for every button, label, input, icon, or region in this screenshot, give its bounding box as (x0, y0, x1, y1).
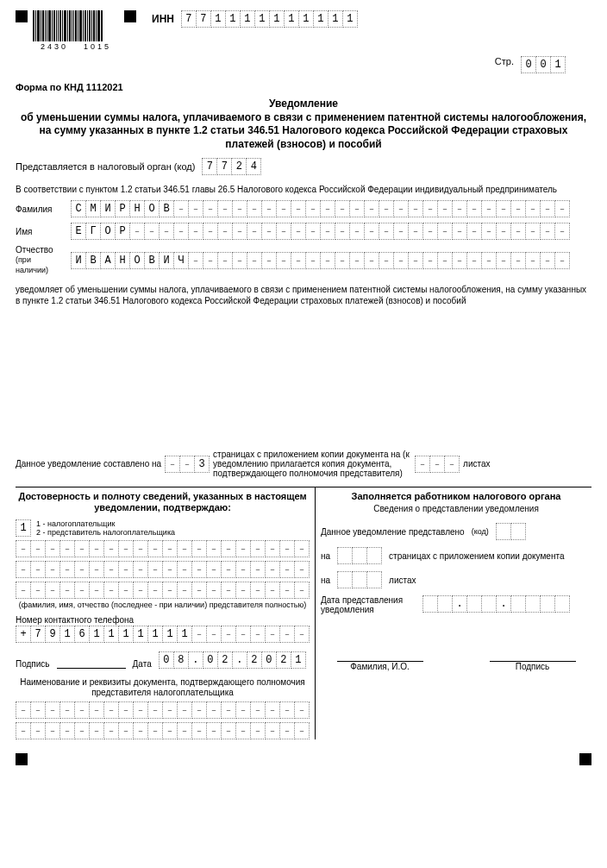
pages-left-label: Данное уведомление составлено на (16, 459, 161, 469)
marker-square (579, 753, 591, 765)
repr-cell (250, 540, 266, 557)
right-date-cells: . . (422, 595, 570, 613)
char-cell (188, 200, 203, 217)
phone-cell: 6 (74, 626, 90, 643)
char-cell: Ч (173, 252, 189, 269)
right-sheets-cell (366, 571, 382, 588)
phone-cell: 1 (147, 626, 163, 643)
char-cell (481, 223, 497, 240)
repr-cell (74, 582, 90, 599)
char-cell: В (144, 252, 160, 269)
char-cell (437, 200, 453, 217)
inn-cells: 7 7 1 1 1 1 1 1 1 1 1 1 (181, 10, 358, 28)
inn-cell: 1 (313, 10, 329, 28)
char-cell (144, 223, 160, 240)
sheets-cell (444, 456, 460, 473)
doc-cell (279, 701, 295, 719)
page-cell: 1 (550, 56, 566, 73)
char-cell: О (100, 223, 116, 240)
repr-cell (279, 540, 295, 557)
fio-line (337, 649, 423, 662)
doc-cell (59, 701, 75, 719)
right-date-cell (525, 595, 541, 613)
char-cell (452, 223, 467, 240)
tax-org-label: Представляется в налоговый орган (код) (16, 161, 195, 172)
sheets-count-cells (415, 456, 460, 473)
right-heading: Заполняется работником налогового органа (321, 491, 591, 502)
right-sub: Сведения о представлении уведомления (321, 504, 591, 514)
char-cell (320, 223, 335, 240)
char-cell (335, 252, 350, 269)
char-cell (159, 223, 174, 240)
phone-cell (191, 626, 207, 643)
char-cell: О (129, 252, 145, 269)
doc-cell (250, 701, 266, 719)
page-cells: 0 0 1 (521, 56, 566, 73)
repr-cell (265, 561, 280, 578)
doc-cell (147, 722, 163, 739)
char-cell: Р (115, 200, 130, 217)
inn-cell: 1 (240, 10, 255, 28)
char-cell: М (85, 200, 101, 217)
doc-cell (30, 722, 46, 739)
phone-cell: + (16, 626, 31, 643)
doc-cell (103, 701, 119, 719)
char-cell (305, 252, 321, 269)
patronymic-cells: ИВАНОВИЧ (71, 252, 570, 269)
char-cell (452, 200, 467, 217)
char-cell (129, 223, 145, 240)
char-cell (232, 252, 247, 269)
repr-cell (89, 582, 104, 599)
doc-cell (16, 701, 31, 719)
org-cell: 2 (231, 158, 247, 175)
char-cell (232, 200, 247, 217)
char-cell (437, 252, 453, 269)
repr-cell (265, 540, 280, 557)
doc-cell (45, 722, 60, 739)
char-cell (217, 223, 233, 240)
presented-label: Данное уведомление представлено (321, 527, 465, 537)
char-cell (261, 223, 277, 240)
char-cell (203, 200, 218, 217)
char-cell (217, 252, 233, 269)
phone-cell (250, 626, 266, 643)
char-cell (525, 223, 541, 240)
phone-label: Номер контактного телефона (16, 614, 310, 626)
repr-cell (74, 540, 90, 557)
right-date-cell (540, 595, 555, 613)
date-cell: 0 (159, 651, 174, 669)
name-label: Имя (16, 227, 64, 236)
repr-name-row (16, 582, 310, 599)
char-cell (291, 200, 306, 217)
repr-cell (45, 561, 60, 578)
right-date-cell (481, 595, 497, 613)
phone-cell: 9 (45, 626, 60, 643)
doc-cell (191, 722, 207, 739)
right-date-cell (510, 595, 526, 613)
doc-cell (250, 722, 266, 739)
inn-cell: 1 (342, 10, 358, 28)
repr-cell (221, 561, 236, 578)
repr-name-row (16, 540, 310, 557)
repr-cell (206, 561, 222, 578)
phone-cell (279, 626, 295, 643)
doc-cell (206, 701, 222, 719)
doc-cell (177, 701, 192, 719)
repr-cell (294, 582, 310, 599)
kod-label: (код) (472, 527, 489, 536)
char-cell (408, 223, 423, 240)
repr-cell (279, 582, 295, 599)
repr-cell (265, 582, 280, 599)
phone-cell: 1 (118, 626, 134, 643)
repr-cell (16, 540, 31, 557)
title-main: Уведомление (16, 97, 591, 111)
char-cell (217, 200, 233, 217)
right-date-cell (437, 595, 453, 613)
char-cell (320, 252, 335, 269)
repr-cell (279, 561, 295, 578)
char-cell (510, 223, 526, 240)
char-cell (540, 252, 555, 269)
date-cell: 2 (276, 651, 291, 669)
char-cell (379, 200, 394, 217)
doc-cell (89, 701, 104, 719)
